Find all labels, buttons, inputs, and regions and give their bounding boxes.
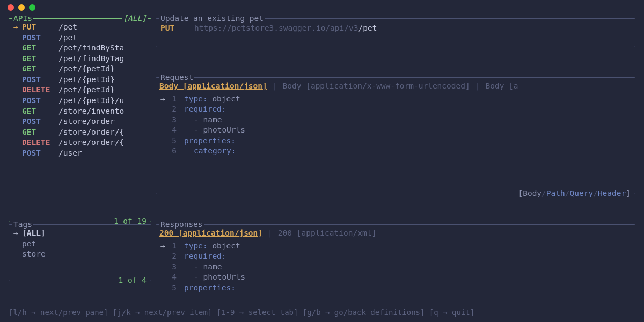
code-line: 4- photoUrls xyxy=(160,272,631,283)
line-number: 2 xyxy=(169,251,184,262)
api-path: /store/order/{ xyxy=(58,127,124,138)
line-number: 5 xyxy=(169,283,184,294)
api-path: /pet xyxy=(58,33,77,43)
api-list-item[interactable]: GET/store/order/{ xyxy=(13,127,147,138)
api-method: POST xyxy=(22,75,58,85)
selector-arrow-icon xyxy=(13,239,22,250)
line-number: 3 xyxy=(169,115,184,126)
request-footer-nav: [Body/Path/Query/Header] xyxy=(517,188,632,199)
api-path: /pet/findBySta xyxy=(58,43,124,54)
api-list-item[interactable]: DELETE/store/order/{ xyxy=(13,137,147,148)
api-path: /store/order xyxy=(58,116,115,127)
operation-method: PUT xyxy=(160,24,174,32)
tags-footer: 1 of 4 xyxy=(118,275,148,286)
operation-title: Update an existing pet xyxy=(159,13,265,24)
api-method: POST xyxy=(22,116,58,127)
api-method: GET xyxy=(22,106,58,117)
tags-title: Tags xyxy=(12,219,33,230)
request-tabs[interactable]: Body [application/json]|Body [applicatio… xyxy=(159,81,631,92)
tab[interactable]: Body [application/x-www-form-urlencoded] xyxy=(283,81,470,92)
api-list-item[interactable]: POST/pet xyxy=(13,33,147,43)
apis-filter: [ALL] xyxy=(122,13,148,24)
api-path: /pet/{petId} xyxy=(58,85,115,96)
api-list-item[interactable]: GET/pet/findByTag xyxy=(13,54,147,64)
code-line: 2required: xyxy=(160,104,631,115)
tab[interactable]: 200 [application/xml] xyxy=(278,228,376,239)
line-number: 4 xyxy=(169,272,184,283)
responses-tabs[interactable]: 200 [application/json]|200 [application/… xyxy=(159,228,631,239)
code-line: 5properties: xyxy=(160,283,631,294)
api-path: /pet/findByTag xyxy=(58,54,124,64)
api-path: /store/order/{ xyxy=(58,137,124,148)
apis-panel[interactable]: APIs [ALL] →PUT/petPOST/petGET/pet/findB… xyxy=(9,18,151,222)
window-titlebar xyxy=(0,0,644,15)
code-line: 3- name xyxy=(160,262,631,273)
line-number: 1 xyxy=(169,241,184,252)
api-method: POST xyxy=(22,148,58,159)
api-method: DELETE xyxy=(22,85,58,96)
api-method: POST xyxy=(22,33,58,43)
api-list-item[interactable]: DELETE/pet/{petId} xyxy=(13,85,147,96)
responses-title: Responses xyxy=(159,219,204,230)
tag-label: pet xyxy=(22,239,36,250)
code-line: 6category: xyxy=(160,146,631,157)
api-path: /user xyxy=(58,148,82,159)
api-method: GET xyxy=(22,127,58,138)
line-number: 6 xyxy=(169,146,184,157)
api-list-item[interactable]: POST/user xyxy=(13,148,147,159)
tag-label: store xyxy=(22,249,46,260)
api-path: /pet/{petId}/u xyxy=(58,96,124,106)
api-path: /pet/{petId} xyxy=(58,75,115,85)
operation-endpoint: /pet xyxy=(358,24,377,32)
request-panel[interactable]: Request Body [application/json]|Body [ap… xyxy=(156,77,635,194)
api-method: GET xyxy=(22,54,58,64)
line-number: 2 xyxy=(169,104,184,115)
tag-list-item[interactable]: store xyxy=(13,249,147,260)
line-number: 1 xyxy=(169,94,184,105)
line-number: 3 xyxy=(169,262,184,273)
help-bar: [l/h → next/prev pane] [j/k → next/prev … xyxy=(9,308,635,318)
api-method: POST xyxy=(22,96,58,106)
api-method: GET xyxy=(22,43,58,54)
line-arrow-icon: → xyxy=(160,94,169,105)
api-path: /pet/{petId} xyxy=(58,64,115,75)
line-number: 4 xyxy=(169,125,184,136)
line-arrow-icon: → xyxy=(160,241,169,252)
code-line: 5properties: xyxy=(160,136,631,147)
operation-header: Update an existing pet PUT https://petst… xyxy=(156,18,635,47)
code-line: 4- photoUrls xyxy=(160,125,631,136)
api-path: /pet xyxy=(58,22,77,33)
api-list-item[interactable]: POST/pet/{petId}/u xyxy=(13,96,147,106)
tab[interactable]: Body [a xyxy=(485,81,518,92)
request-title: Request xyxy=(159,72,194,83)
api-list-item[interactable]: GET/pet/{petId} xyxy=(13,64,147,75)
tag-list-item[interactable]: →[ALL] xyxy=(13,228,147,239)
operation-host: https://petstore3.swagger.io/api/v3 xyxy=(194,24,358,32)
api-list-item[interactable]: POST/store/order xyxy=(13,116,147,127)
code-line: 2required: xyxy=(160,251,631,262)
code-line: →1type: object xyxy=(160,94,631,105)
tag-list-item[interactable]: pet xyxy=(13,239,147,250)
apis-title: APIs xyxy=(12,13,33,24)
minimize-icon[interactable] xyxy=(18,4,25,11)
code-line: →1type: object xyxy=(160,241,631,252)
api-list-item[interactable]: GET/pet/findBySta xyxy=(13,43,147,54)
code-line: 3- name xyxy=(160,115,631,126)
selector-arrow-icon xyxy=(13,249,22,260)
api-list-item[interactable]: GET/store/invento xyxy=(13,106,147,117)
api-path: /store/invento xyxy=(58,106,124,117)
api-list-item[interactable]: POST/pet/{petId} xyxy=(13,75,147,85)
api-method: GET xyxy=(22,64,58,75)
close-icon[interactable] xyxy=(8,4,14,11)
tags-panel[interactable]: Tags →[ALL]petstore 1 of 4 xyxy=(9,224,151,281)
api-method: DELETE xyxy=(22,137,58,148)
zoom-icon[interactable] xyxy=(29,4,35,11)
line-number: 5 xyxy=(169,136,184,147)
